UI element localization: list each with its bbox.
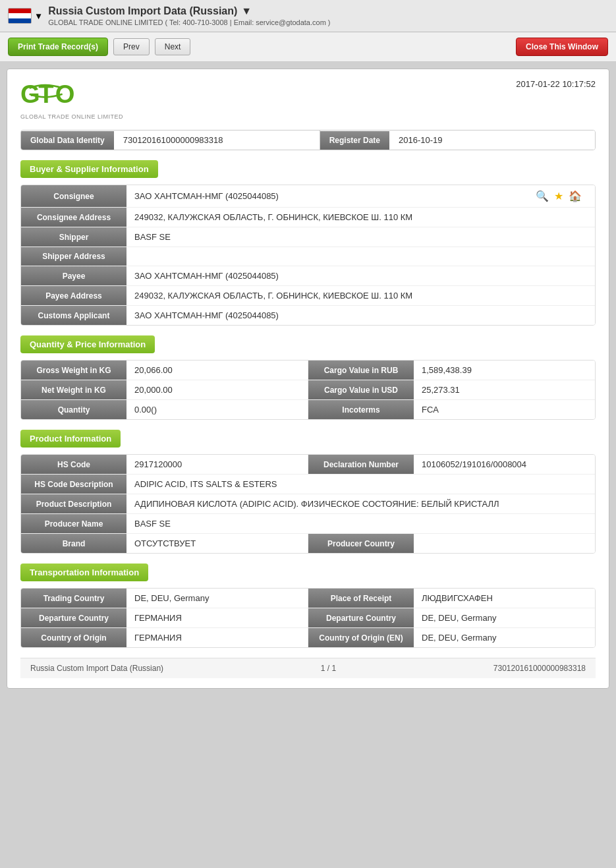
gross-weight-row: Gross Weight in KG 20,066.00 Cargo Value… <box>21 361 595 380</box>
print-button[interactable]: Print Trade Record(s) <box>8 38 108 56</box>
record-timestamp: 2017-01-22 10:17:52 <box>516 79 596 89</box>
hs-code-label: HS Code <box>21 455 126 474</box>
global-data-identity-value: 730120161000000983318 <box>114 130 320 150</box>
gto-logo: G T O <box>20 79 116 112</box>
trading-country-value: DE, DEU, Germany <box>126 589 308 608</box>
producer-name-value: BASF SE <box>126 514 595 533</box>
quantity-price-title: Quantity & Price Information <box>20 335 155 353</box>
buyer-supplier-section: Buyer & Supplier Information Consignee З… <box>20 160 596 326</box>
producer-name-row: Producer Name BASF SE <box>21 514 595 534</box>
home-icon[interactable]: 🏠 <box>569 190 582 202</box>
prod-desc-label: Product Description <box>21 494 126 513</box>
incoterms-value: FCA <box>414 400 595 419</box>
hs-desc-value: ADIPIC ACID, ITS SALTS & ESTERS <box>126 475 595 494</box>
customs-applicant-label: Customs Applicant <box>21 306 126 325</box>
flag-button[interactable]: ▼ <box>8 8 43 24</box>
close-button[interactable]: Close This Window <box>516 38 608 56</box>
payee-value: ЗАО ХАНТСМАН-НМГ (4025044085) <box>126 266 595 285</box>
prod-desc-row: Product Description АДИПИНОВАЯ КИСЛОТА (… <box>21 494 595 514</box>
shipper-value: BASF SE <box>126 227 595 246</box>
register-date-value: 2016-10-19 <box>389 130 595 150</box>
footer-left: Russia Custom Import Data (Russian) <box>30 664 163 673</box>
country-origin-label-left: Country of Origin <box>21 628 126 647</box>
customs-applicant-row: Customs Applicant ЗАО ХАНТСМАН-НМГ (4025… <box>21 306 595 325</box>
search-icon[interactable]: 🔍 <box>536 190 549 202</box>
logo-area: G T O GLOBAL TRADE ONLINE LIMITED <box>20 79 123 120</box>
footer-center: 1 / 1 <box>321 664 336 673</box>
country-origin-label-right: Country of Origin (EN) <box>308 628 414 647</box>
shipper-row: Shipper BASF SE <box>21 227 595 247</box>
quantity-label: Quantity <box>21 400 126 419</box>
payee-address-row: Payee Address 249032, КАЛУЖСКАЯ ОБЛАСТЬ,… <box>21 286 595 306</box>
payee-address-label: Payee Address <box>21 286 126 305</box>
producer-country-label: Producer Country <box>308 534 414 553</box>
net-weight-value: 20,000.00 <box>126 380 308 399</box>
quantity-value: 0.00() <box>126 400 308 419</box>
shipper-label: Shipper <box>21 227 126 246</box>
star-icon[interactable]: ★ <box>554 190 563 202</box>
quantity-row: Quantity 0.00() Incoterms FCA <box>21 400 595 419</box>
country-origin-value-left: ГЕРМАНИЯ <box>126 628 308 647</box>
departure-country-value-right: DE, DEU, Germany <box>414 608 595 627</box>
consignee-value: ЗАО ХАНТСМАН-НМГ (4025044085) 🔍 ★ 🏠 <box>126 185 595 207</box>
departure-country-row: Departure Country ГЕРМАНИЯ Departure Cou… <box>21 608 595 628</box>
next-button[interactable]: Next <box>155 38 191 55</box>
consignee-address-label: Consignee Address <box>21 208 126 227</box>
payee-label: Payee <box>21 266 126 285</box>
record-footer: Russia Custom Import Data (Russian) 1 / … <box>20 658 596 678</box>
departure-country-label-left: Departure Country <box>21 608 126 627</box>
departure-country-value-left: ГЕРМАНИЯ <box>126 608 308 627</box>
shipper-address-label: Shipper Address <box>21 247 126 266</box>
trading-country-row: Trading Country DE, DEU, Germany Place o… <box>21 589 595 608</box>
svg-text:O: O <box>55 80 75 108</box>
payee-row: Payee ЗАО ХАНТСМАН-НМГ (4025044085) <box>21 266 595 286</box>
buyer-supplier-body: Consignee ЗАО ХАНТСМАН-НМГ (4025044085) … <box>20 185 596 326</box>
brand-row: Brand ОТСУТСТВУЕТ Producer Country <box>21 534 595 553</box>
declaration-number-label: Declaration Number <box>308 455 414 474</box>
product-body: HS Code 2917120000 Declaration Number 10… <box>20 454 596 554</box>
flag-dropdown-arrow: ▼ <box>34 11 43 21</box>
consignee-label: Consignee <box>21 185 126 207</box>
hs-code-row: HS Code 2917120000 Declaration Number 10… <box>21 455 595 475</box>
payee-address-value: 249032, КАЛУЖСКАЯ ОБЛАСТЬ, Г. ОБНИНСК, К… <box>126 286 595 305</box>
transportation-title: Transportation Information <box>20 564 148 581</box>
product-title: Product Information <box>20 430 121 448</box>
consignee-row: Consignee ЗАО ХАНТСМАН-НМГ (4025044085) … <box>21 185 595 208</box>
shipper-address-row: Shipper Address <box>21 247 595 266</box>
departure-country-label-right: Departure Country <box>308 608 414 627</box>
cargo-rub-label: Cargo Value in RUB <box>308 361 414 380</box>
quantity-price-body: Gross Weight in KG 20,066.00 Cargo Value… <box>20 360 596 420</box>
hs-desc-label: HS Code Description <box>21 475 126 494</box>
brand-label: Brand <box>21 534 126 553</box>
hs-desc-row: HS Code Description ADIPIC ACID, ITS SAL… <box>21 475 595 494</box>
product-section: Product Information HS Code 2917120000 D… <box>20 430 596 554</box>
cargo-rub-value: 1,589,438.39 <box>414 361 595 380</box>
identity-row: Global Data Identity 7301201610000009833… <box>20 130 596 150</box>
producer-country-value <box>414 534 595 553</box>
footer-right: 730120161000000983318 <box>493 664 586 673</box>
gross-weight-label: Gross Weight in KG <box>21 361 126 380</box>
prev-button[interactable]: Prev <box>113 38 150 55</box>
global-data-identity-label: Global Data Identity <box>21 131 114 150</box>
country-origin-row: Country of Origin ГЕРМАНИЯ Country of Or… <box>21 628 595 647</box>
net-weight-label: Net Weight in KG <box>21 380 126 399</box>
transportation-section: Transportation Information Trading Count… <box>20 564 596 648</box>
net-weight-row: Net Weight in KG 20,000.00 Cargo Value i… <box>21 380 595 400</box>
country-origin-value-right: DE, DEU, Germany <box>414 628 595 647</box>
cargo-usd-value: 25,273.31 <box>414 380 595 399</box>
logo-company: GLOBAL TRADE ONLINE LIMITED <box>20 113 123 120</box>
place-of-receipt-label: Place of Receipt <box>308 589 414 608</box>
quantity-price-section: Quantity & Price Information Gross Weigh… <box>20 335 596 420</box>
place-of-receipt-value: ЛЮДВИГСХАФЕН <box>414 589 595 608</box>
gross-weight-value: 20,066.00 <box>126 361 308 380</box>
trading-country-label: Trading Country <box>21 589 126 608</box>
title-dropdown-arrow: ▼ <box>241 5 252 17</box>
producer-name-label: Producer Name <box>21 514 126 533</box>
register-date-label: Register Date <box>320 131 389 150</box>
cargo-usd-label: Cargo Value in USD <box>308 380 414 399</box>
buyer-supplier-title: Buyer & Supplier Information <box>20 160 158 178</box>
prod-desc-value: АДИПИНОВАЯ КИСЛОТА (ADIPIC ACID). ФИЗИЧЕ… <box>126 494 595 513</box>
consignee-address-row: Consignee Address 249032, КАЛУЖСКАЯ ОБЛА… <box>21 208 595 227</box>
app-title: Russia Custom Import Data (Russian) <box>48 5 237 17</box>
app-subtitle: GLOBAL TRADE ONLINE LIMITED ( Tel: 400-7… <box>48 18 330 26</box>
